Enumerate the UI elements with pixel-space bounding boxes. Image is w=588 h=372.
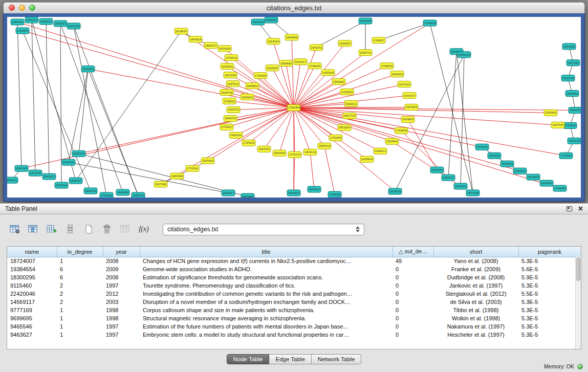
graph-node[interactable]: 1890533 xyxy=(39,18,53,25)
graph-node[interactable]: 1912543 xyxy=(267,38,280,45)
graph-node[interactable]: 1948260 xyxy=(265,17,278,23)
graph-node[interactable]: 1850493 xyxy=(385,138,399,144)
graph-node[interactable]: 1833654 xyxy=(360,156,374,162)
graph-edge[interactable] xyxy=(60,24,123,192)
network-window-titlebar[interactable]: citations_edges.txt xyxy=(3,2,585,13)
graph-edge[interactable] xyxy=(79,69,88,154)
graph-node[interactable]: 1948111 xyxy=(374,148,387,154)
graph-edge[interactable] xyxy=(294,107,566,156)
graph-edge[interactable] xyxy=(294,43,345,108)
graph-node[interactable]: 1854952 xyxy=(401,116,415,122)
table-row[interactable]: 969969511998Structural magnetic resonanc… xyxy=(7,314,581,322)
graph-node[interactable]: 1725402 xyxy=(242,140,255,146)
graph-node[interactable]: 1925463 xyxy=(201,158,214,164)
graph-node[interactable]: 1924503 xyxy=(388,188,402,194)
tab-edge-table[interactable]: Edge Table xyxy=(269,354,311,364)
table-row[interactable]: 1938455462009Genome-wide association stu… xyxy=(7,265,581,273)
graph-node[interactable]: 1860412 xyxy=(390,71,404,77)
graph-node[interactable]: 1958327 xyxy=(338,40,352,47)
column-header[interactable]: short xyxy=(433,247,518,257)
graph-edge[interactable] xyxy=(264,107,294,149)
graph-node[interactable]: 1427512 xyxy=(226,81,239,87)
graph-edge[interactable] xyxy=(294,48,316,108)
network-canvas[interactable]: 1724046918554201763552181834119127601427… xyxy=(7,17,581,198)
graph-node[interactable]: 2218631 xyxy=(175,28,188,34)
graph-node[interactable]: 1906118 xyxy=(458,52,471,58)
graph-node[interactable]: 1853124 xyxy=(251,19,265,25)
graph-node[interactable]: 1755917 xyxy=(220,124,233,130)
graph-node[interactable]: 1847716 xyxy=(343,113,356,119)
column-header[interactable]: name xyxy=(7,247,57,257)
graph-node[interactable]: 1922410 xyxy=(241,94,254,100)
graph-node[interactable]: 1749257 xyxy=(372,37,385,43)
graph-node[interactable]: 1855217 xyxy=(294,59,307,65)
graph-node[interactable]: 1636708 xyxy=(220,90,233,96)
graph-node[interactable]: 1845906 xyxy=(116,189,129,195)
graph-node[interactable]: 1863004 xyxy=(273,150,286,156)
graph-node[interactable]: 1907342 xyxy=(154,181,167,187)
graph-node[interactable]: 1770341 xyxy=(559,152,573,159)
table-row[interactable]: 1456911722003Disruption of a novel membe… xyxy=(7,298,581,306)
graph-node[interactable]: 1860127 xyxy=(204,42,217,49)
graph-edge[interactable] xyxy=(88,69,138,195)
graph-edge[interactable] xyxy=(236,107,294,135)
column-header[interactable]: pagerank xyxy=(518,247,581,257)
graph-node[interactable]: 1915453 xyxy=(287,190,300,196)
graph-node[interactable]: 1903264 xyxy=(430,167,444,173)
tab-network-table[interactable]: Network Table xyxy=(312,354,362,364)
graph-node[interactable]: 2043157 xyxy=(42,173,56,180)
graph-node[interactable]: 1932750 xyxy=(132,192,145,198)
graph-edge[interactable] xyxy=(294,107,411,108)
graph-node[interactable]: 1952847 xyxy=(54,20,67,27)
graph-node[interactable]: 1863521 xyxy=(229,132,243,138)
graph-node[interactable]: 1932164 xyxy=(321,70,335,76)
table-row[interactable]: 2242004622012Investigating the contribut… xyxy=(7,290,581,298)
graph-node[interactable]: 1942317 xyxy=(222,190,235,196)
graph-edge[interactable] xyxy=(448,52,456,178)
graph-node[interactable]: 1755908 xyxy=(254,73,267,79)
graph-edge[interactable] xyxy=(17,22,21,168)
graph-node[interactable]: 2530305 xyxy=(81,66,95,72)
graph-node[interactable]: 1827341 xyxy=(567,60,580,66)
graph-edge[interactable] xyxy=(324,146,335,194)
column-header[interactable]: year xyxy=(103,247,140,257)
minimize-window-button[interactable] xyxy=(19,5,25,11)
import-table-icon[interactable] xyxy=(45,223,58,235)
graph-edge[interactable] xyxy=(76,31,181,181)
graph-node[interactable]: 1730652 xyxy=(563,122,577,128)
table-row[interactable]: 946554611997Estimation of the future num… xyxy=(7,322,581,331)
graph-node[interactable]: 1758812 xyxy=(223,98,236,104)
network-view[interactable]: 1724046918554201763552181834119127601427… xyxy=(7,17,581,198)
graph-node[interactable]: 1754208 xyxy=(423,20,437,26)
graph-node[interactable]: 1869915 xyxy=(246,83,259,89)
delete-table-icon[interactable] xyxy=(100,223,114,235)
network-window[interactable]: citations_edges.txt 1 xyxy=(3,2,585,202)
graph-node[interactable]: 1832205 xyxy=(266,65,279,71)
graph-edge[interactable] xyxy=(69,69,88,162)
graph-node[interactable]: 1863049 xyxy=(170,173,184,179)
graph-node[interactable]: 1906713 xyxy=(224,115,237,121)
graph-node[interactable]: 1904419 xyxy=(189,36,202,42)
graph-edge[interactable] xyxy=(294,107,560,188)
table-options-icon[interactable] xyxy=(8,223,21,235)
zoom-window-button[interactable] xyxy=(29,5,35,11)
graph-edge[interactable] xyxy=(310,152,314,189)
graph-node[interactable]: 1902114 xyxy=(303,149,317,155)
graph-node[interactable]: 1953128 xyxy=(466,190,480,196)
formula-builder-icon[interactable]: f(x) xyxy=(137,223,150,235)
graph-node[interactable]: 1915469 xyxy=(405,104,418,111)
graph-node[interactable]: 1905708 xyxy=(561,75,575,81)
graph-node[interactable]: 1908442 xyxy=(279,60,293,67)
rows-icon[interactable] xyxy=(63,223,77,235)
graph-node[interactable]: 1990563 xyxy=(84,188,97,194)
graph-node[interactable]: 1664909 xyxy=(285,34,298,40)
graph-node[interactable]: 1845063 xyxy=(500,161,514,167)
graph-node[interactable]: 1847209 xyxy=(67,23,80,29)
graph-node[interactable]: 1853972 xyxy=(527,174,540,180)
graph-node[interactable]: 1862459 xyxy=(565,91,579,97)
graph-node[interactable]: 1763490 xyxy=(16,28,29,34)
graph-node[interactable]: 1950462 xyxy=(562,43,576,50)
column-header[interactable]: title xyxy=(140,247,393,257)
close-panel-icon[interactable]: × xyxy=(578,205,583,212)
graph-edge[interactable] xyxy=(395,55,464,191)
